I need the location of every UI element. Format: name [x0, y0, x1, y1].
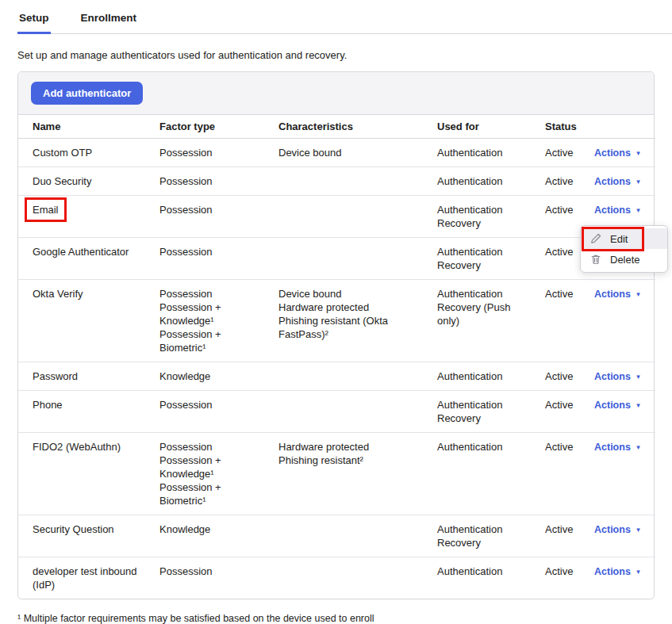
- cell-status: Active: [545, 280, 594, 362]
- caret-down-icon: ▾: [636, 373, 640, 381]
- authenticator-name: Email: [33, 203, 59, 216]
- actions-button[interactable]: Actions ▾: [594, 524, 640, 535]
- table-row: Duo SecurityPossessionAuthenticationActi…: [18, 167, 655, 196]
- cell-characteristics-line: Phishing resistant (Okta FastPass)²: [278, 314, 426, 341]
- caret-down-icon: ▾: [636, 290, 640, 298]
- cell-characteristics: [278, 167, 437, 196]
- cell-actions: Actions ▾: [594, 433, 655, 515]
- cell-name: Email: [18, 196, 159, 238]
- tab-enrollment[interactable]: Enrollment: [79, 10, 139, 33]
- cell-used-for-line: Authentication: [437, 523, 534, 536]
- cell-actions: Actions ▾: [594, 557, 655, 599]
- column-header-used-for: Used for: [437, 115, 545, 139]
- authenticator-name: Phone: [33, 399, 63, 411]
- cell-used-for-line: Authentication: [437, 203, 534, 216]
- cell-used-for-line: Recovery: [437, 216, 534, 230]
- cell-used-for: AuthenticationRecovery (Push only): [437, 280, 545, 362]
- actions-button[interactable]: Actions ▾: [594, 566, 640, 577]
- dropdown-item-delete[interactable]: Delete: [581, 249, 667, 270]
- cell-factor-type: PossessionPossession + Knowledge¹Possess…: [159, 433, 278, 515]
- cell-name: Google Authenticator: [18, 238, 159, 280]
- dropdown-item-edit[interactable]: Edit: [581, 228, 667, 249]
- actions-button[interactable]: Actions ▾: [594, 371, 640, 382]
- cell-factor-type: Possession: [159, 167, 278, 196]
- actions-button[interactable]: Actions ▾: [594, 289, 640, 300]
- caret-down-icon: ▾: [636, 206, 640, 214]
- table-row: Security QuestionKnowledgeAuthentication…: [18, 515, 655, 557]
- table-row: EmailPossessionAuthenticationRecoveryAct…: [18, 196, 655, 238]
- cell-used-for-line: Authentication: [437, 287, 534, 301]
- cell-used-for-line: Recovery (Push only): [437, 301, 534, 327]
- cell-factor-type: Knowledge: [159, 515, 278, 557]
- footnote-1: ¹ Multiple factor requirements may be sa…: [17, 613, 655, 624]
- authenticator-name: Duo Security: [33, 175, 91, 187]
- cell-name: Duo Security: [18, 167, 159, 196]
- cell-status: Active: [545, 515, 594, 557]
- cell-used-for-line: Authentication: [437, 174, 534, 188]
- table-row: FIDO2 (WebAuthn)PossessionPossession + K…: [18, 433, 655, 515]
- actions-button[interactable]: Actions ▾: [594, 400, 640, 411]
- cell-used-for-line: Recovery: [437, 536, 534, 549]
- add-authenticator-button[interactable]: Add authenticator: [31, 82, 143, 105]
- actions-button[interactable]: Actions ▾: [594, 205, 640, 216]
- table-row: developer test inbound (IdP)PossessionAu…: [18, 557, 655, 599]
- table-header-row: Name Factor type Characteristics Used fo…: [18, 115, 655, 139]
- cell-status: Active: [545, 391, 594, 433]
- cell-name: Custom OTP: [18, 139, 159, 167]
- table-row: Custom OTPPossessionDevice boundAuthenti…: [18, 139, 655, 167]
- cell-name: FIDO2 (WebAuthn): [18, 433, 159, 515]
- cell-actions: Actions ▾: [594, 280, 655, 362]
- cell-name: developer test inbound (IdP): [18, 557, 159, 599]
- actions-button[interactable]: Actions ▾: [594, 176, 640, 187]
- page-description: Set up and manage authenticators used fo…: [17, 49, 655, 61]
- cell-used-for-line: Authentication: [437, 245, 534, 258]
- cell-factor-type-line: Possession + Biometric¹: [159, 327, 267, 354]
- cell-factor-type-line: Knowledge: [159, 523, 267, 536]
- cell-factor-type-line: Possession: [159, 245, 267, 258]
- cell-used-for: AuthenticationRecovery: [437, 391, 545, 433]
- authenticator-name: developer test inbound (IdP): [33, 565, 137, 591]
- cell-factor-type-line: Possession: [159, 565, 267, 578]
- cell-used-for: Authentication: [437, 433, 545, 515]
- authenticators-panel: Add authenticator Name Factor type Chara…: [17, 71, 655, 599]
- cell-actions: Actions ▾EditDelete: [594, 196, 655, 238]
- actions-button[interactable]: Actions ▾: [594, 147, 640, 159]
- cell-characteristics-line: Phishing resistant²: [278, 454, 426, 467]
- table-row: PasswordKnowledgeAuthenticationActiveAct…: [18, 362, 655, 391]
- cell-used-for: Authentication: [437, 167, 545, 196]
- cell-factor-type-line: Possession + Biometric¹: [159, 480, 267, 507]
- authenticator-name: Custom OTP: [33, 147, 92, 159]
- cell-factor-type-line: Possession: [159, 203, 267, 216]
- cell-used-for: AuthenticationRecovery: [437, 515, 545, 557]
- caret-down-icon: ▾: [636, 526, 640, 534]
- cell-actions: Actions ▾: [594, 362, 655, 391]
- cell-factor-type-line: Possession: [159, 174, 267, 188]
- authenticator-name: FIDO2 (WebAuthn): [33, 441, 121, 453]
- authenticators-table: Name Factor type Characteristics Used fo…: [18, 115, 655, 599]
- cell-factor-type: Possession: [159, 391, 278, 433]
- cell-factor-type: Possession: [159, 238, 278, 280]
- column-header-factor-type: Factor type: [159, 115, 278, 139]
- table-row: PhonePossessionAuthenticationRecoveryAct…: [18, 391, 655, 433]
- cell-status: Active: [545, 557, 594, 599]
- cell-name: Security Question: [18, 515, 159, 557]
- cell-status: Active: [545, 167, 594, 196]
- cell-actions: Actions ▾: [594, 139, 655, 167]
- cell-status: Active: [545, 433, 594, 515]
- cell-used-for-line: Authentication: [437, 369, 534, 383]
- cell-factor-type: PossessionPossession + Knowledge¹Possess…: [159, 280, 278, 362]
- actions-dropdown-menu: EditDelete: [580, 225, 668, 273]
- cell-used-for-line: Recovery: [437, 412, 534, 425]
- cell-characteristics: Device bound: [278, 139, 437, 167]
- actions-button[interactable]: Actions ▾: [594, 442, 640, 453]
- cell-characteristics-line: Hardware protected: [278, 301, 426, 314]
- tab-setup[interactable]: Setup: [17, 10, 51, 33]
- cell-characteristics: Device boundHardware protectedPhishing r…: [278, 280, 437, 362]
- cell-characteristics: Hardware protectedPhishing resistant²: [278, 433, 437, 515]
- cell-status: Active: [545, 362, 594, 391]
- column-header-characteristics: Characteristics: [278, 115, 437, 139]
- caret-down-icon: ▾: [636, 443, 640, 451]
- cell-factor-type-line: Possession: [159, 287, 267, 301]
- cell-used-for: Authentication: [437, 139, 545, 167]
- cell-used-for: Authentication: [437, 557, 545, 599]
